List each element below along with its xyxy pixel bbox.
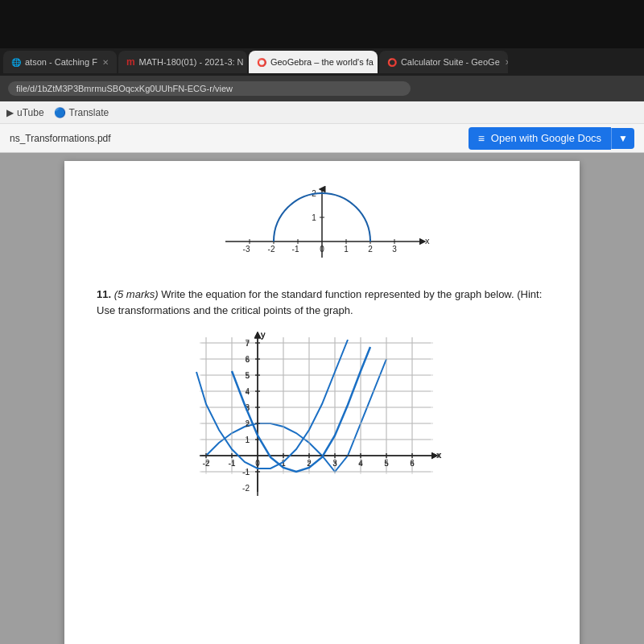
svg-text:6: 6 (246, 356, 250, 364)
svg-text:6: 6 (410, 460, 414, 468)
svg-text:1: 1 (246, 436, 250, 444)
svg-text:1: 1 (344, 245, 349, 254)
open-with-label: Open with Google Docs (491, 132, 601, 144)
tab-2-label: MATH-180(01) - 2021-3: N (139, 57, 244, 67)
bookmark-youtube-label: uTube (17, 107, 44, 118)
tab-3-icon: ⭕ (257, 58, 266, 67)
bookmark-translate-icon: 🔵 (54, 107, 66, 118)
tab-4-icon: ⭕ (387, 58, 397, 67)
bookmark-youtube-icon: ▶ (6, 107, 14, 118)
tab-2[interactable]: m MATH-180(01) - 2021-3: N ✕ (118, 51, 247, 73)
svg-text:x: x (425, 236, 430, 246)
tab-bar: 🌐 atson - Catching F ✕ m MATH-180(01) - … (0, 48, 644, 76)
tab-4[interactable]: ⭕ Calculator Suite - GeoGe ✕ (379, 51, 508, 73)
svg-text:5: 5 (384, 460, 388, 468)
svg-text:-1: -1 (229, 460, 235, 468)
bookmark-translate[interactable]: 🔵 Translate (54, 107, 109, 118)
question-11: 11. (5 marks) Write the equation for the… (97, 287, 547, 318)
svg-text:-1: -1 (292, 245, 299, 254)
browser-chrome: 🌐 atson - Catching F ✕ m MATH-180(01) - … (0, 48, 644, 124)
svg-text:2: 2 (246, 420, 250, 428)
svg-text:3: 3 (332, 460, 336, 468)
graph-2-corrected-svg: -2 -1 1 2 3 4 5 6 1 2 3 4 5 6 7 -1 (193, 331, 451, 508)
svg-text:-2: -2 (203, 460, 209, 468)
svg-text:4: 4 (358, 460, 362, 468)
tab-4-close[interactable]: ✕ (505, 58, 508, 67)
question-marks: (5 marks) (114, 288, 159, 300)
pdf-toolbar: ns_Transformations.pdf ≡ Open with Googl… (0, 124, 644, 153)
url-input[interactable] (8, 81, 411, 96)
graph-1-svg: -3 -2 -1 0 1 2 3 1 2 x (209, 185, 435, 274)
tab-1-icon: 🌐 (11, 58, 21, 67)
svg-text:-1: -1 (243, 469, 250, 477)
svg-text:-3: -3 (243, 245, 250, 254)
svg-text:-2: -2 (268, 245, 275, 254)
pdf-content: -3 -2 -1 0 1 2 3 1 2 x 1 (0, 153, 644, 644)
bookmark-youtube[interactable]: ▶ uTube (6, 107, 44, 118)
tab-1-label: atson - Catching F (25, 57, 97, 67)
open-with-button-group[interactable]: ≡ Open with Google Docs ▼ (469, 127, 634, 150)
tab-2-icon: m (126, 56, 135, 68)
tab-3[interactable]: ⭕ GeoGebra – the world's fa ✕ (249, 51, 378, 73)
bookmarks-bar: ▶ uTube 🔵 Translate (0, 101, 644, 124)
svg-text:0: 0 (320, 245, 324, 254)
chevron-down-icon: ▼ (618, 133, 628, 144)
svg-text:5: 5 (246, 372, 250, 380)
address-bar (0, 76, 644, 101)
pdf-viewer: ns_Transformations.pdf ≡ Open with Googl… (0, 124, 644, 644)
google-docs-menu-icon: ≡ (478, 132, 485, 145)
svg-text:x: x (437, 450, 442, 460)
graph-1-area: -3 -2 -1 0 1 2 3 1 2 x (97, 185, 547, 274)
tab-1-close[interactable]: ✕ (102, 58, 109, 67)
pdf-filename: ns_Transformations.pdf (10, 133, 111, 144)
open-with-dropdown-button[interactable]: ▼ (611, 128, 634, 149)
tab-4-label: Calculator Suite - GeoGe (401, 57, 500, 67)
svg-text:7: 7 (246, 340, 250, 348)
svg-text:4: 4 (246, 388, 250, 396)
graph-2-corrected: -2 -1 1 2 3 4 5 6 1 2 3 4 5 6 7 -1 (97, 331, 547, 508)
svg-text:1: 1 (312, 213, 316, 222)
bookmark-translate-label: Translate (69, 107, 109, 118)
question-number: 11. (97, 288, 111, 300)
svg-text:y: y (261, 331, 266, 340)
svg-text:2: 2 (368, 245, 373, 254)
pdf-page: -3 -2 -1 0 1 2 3 1 2 x 1 (64, 161, 580, 644)
tab-1[interactable]: 🌐 atson - Catching F ✕ (3, 51, 117, 73)
open-with-google-docs-button[interactable]: ≡ Open with Google Docs (469, 127, 611, 150)
top-bezel (0, 0, 644, 48)
tab-3-label: GeoGebra – the world's fa (270, 57, 374, 67)
question-body: Write the equation for the standard func… (97, 288, 542, 316)
svg-text:3: 3 (392, 245, 397, 254)
